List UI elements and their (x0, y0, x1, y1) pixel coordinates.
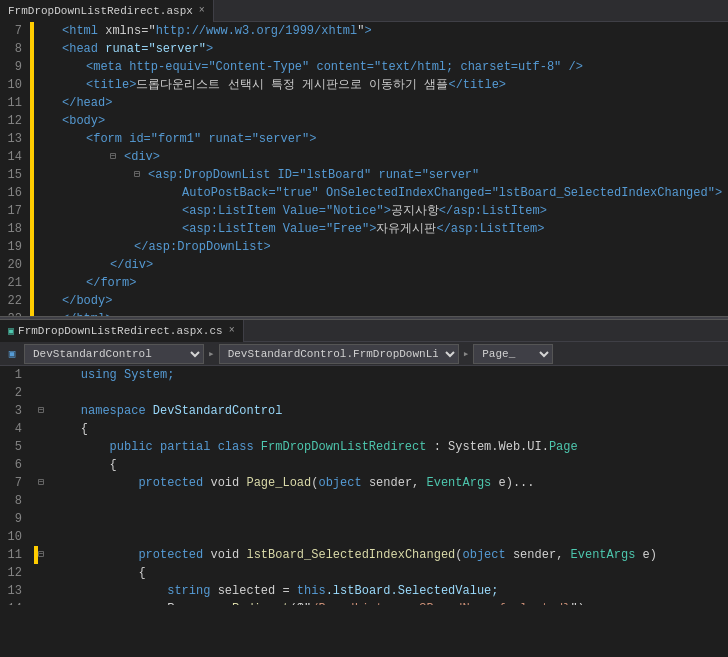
bottom-editor-pane: ▣ FrmDropDownListRedirect.aspx.cs × ▣ De… (0, 320, 728, 605)
dropdown-separator: ▸ (208, 347, 215, 360)
class-icon: ▣ (4, 346, 20, 362)
top-editor-pane: FrmDropDownListRedirect.aspx × 789101112… (0, 0, 728, 316)
code-line: Response.Redirect($"/BoardList.aspx?Boar… (38, 600, 728, 605)
code-line: </head> (38, 94, 728, 112)
code-line: <asp:ListItem Value="Free">자유게시판</asp:Li… (38, 220, 728, 238)
bottom-line-numbers: 123456789101112131415161718 (0, 366, 30, 605)
code-line: using System; (38, 366, 728, 384)
code-line: </div> (38, 256, 728, 274)
top-tab-aspx-label: FrmDropDownListRedirect.aspx (8, 5, 193, 17)
code-line: <body> (38, 112, 728, 130)
bottom-tab-close[interactable]: × (229, 325, 235, 336)
namespace-dropdown[interactable]: DevStandardControl (24, 344, 204, 364)
code-line: </form> (38, 274, 728, 292)
top-code-lines: <html xmlns="http://www.w3.org/1999/xhtm… (34, 22, 728, 316)
bottom-code-area: 123456789101112131415161718 using System… (0, 366, 728, 605)
code-line: { (38, 420, 728, 438)
top-code-area: 7891011121314151617181920212223 <html xm… (0, 22, 728, 316)
code-line: <head runat="server"> (38, 40, 728, 58)
expand-icon[interactable]: ⊟ (110, 148, 124, 166)
code-line: <form id="form1" runat="server"> (38, 130, 728, 148)
bottom-code-lines: using System;⊟ namespace DevStandardCont… (34, 366, 728, 605)
code-line (38, 492, 728, 510)
code-line: ⊟ namespace DevStandardControl (38, 402, 728, 420)
class-dropdown[interactable]: DevStandardControl.FrmDropDownListRedire… (219, 344, 459, 364)
expand-icon[interactable]: ⊟ (38, 474, 52, 492)
code-line: <html xmlns="http://www.w3.org/1999/xhtm… (38, 22, 728, 40)
bottom-tab-cs-icon: ▣ (8, 325, 14, 337)
top-tab-bar: FrmDropDownListRedirect.aspx × (0, 0, 728, 22)
expand-icon[interactable]: ⊟ (38, 402, 52, 420)
code-line: <asp:ListItem Value="Notice">공지사항</asp:L… (38, 202, 728, 220)
code-line: string selected = this.lstBoard.Selected… (38, 582, 728, 600)
bottom-tab-cs-label: FrmDropDownListRedirect.aspx.cs (18, 325, 223, 337)
code-line: { (38, 564, 728, 582)
code-line: ⊟<div> (38, 148, 728, 166)
top-tab-aspx[interactable]: FrmDropDownListRedirect.aspx × (0, 0, 214, 22)
code-line: public partial class FrmDropDownListRedi… (38, 438, 728, 456)
bottom-tab-bar: ▣ FrmDropDownListRedirect.aspx.cs × (0, 320, 728, 342)
code-line (38, 510, 728, 528)
code-line: </html> (38, 310, 728, 316)
code-line: </asp:DropDownList> (38, 238, 728, 256)
code-line: <title>드롭다운리스트 선택시 특정 게시판으로 이동하기 샘플</tit… (38, 76, 728, 94)
bottom-pane-header: ▣ DevStandardControl ▸ DevStandardContro… (0, 342, 728, 366)
code-line: </body> (38, 292, 728, 310)
expand-icon[interactable]: ⊟ (38, 546, 52, 564)
bottom-tab-cs[interactable]: ▣ FrmDropDownListRedirect.aspx.cs × (0, 320, 244, 342)
code-line: AutoPostBack="true" OnSelectedIndexChang… (38, 184, 728, 202)
code-line: ⊟<asp:DropDownList ID="lstBoard" runat="… (38, 166, 728, 184)
code-line (38, 528, 728, 546)
code-line: ⊟ protected void lstBoard_SelectedIndexC… (38, 546, 728, 564)
top-tab-close[interactable]: × (199, 5, 205, 16)
code-line: ⊟ protected void Page_Load(object sender… (38, 474, 728, 492)
code-line: { (38, 456, 728, 474)
code-line (38, 384, 728, 402)
dropdown-separator2: ▸ (463, 347, 470, 360)
code-line: <meta http-equiv="Content-Type" content=… (38, 58, 728, 76)
expand-icon[interactable]: ⊟ (134, 166, 148, 184)
top-line-numbers: 7891011121314151617181920212223 (0, 22, 30, 316)
method-dropdown[interactable]: Page_ (473, 344, 553, 364)
